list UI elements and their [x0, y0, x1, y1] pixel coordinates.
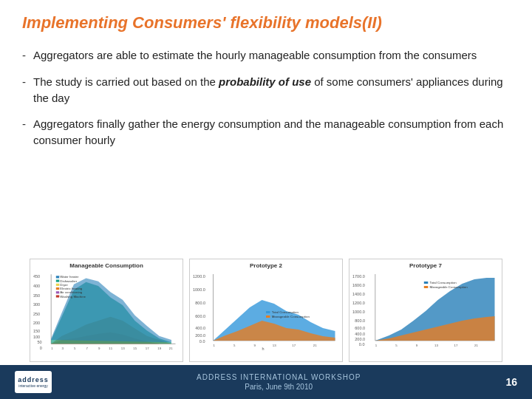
address-logo: address interactive energy	[15, 371, 52, 393]
svg-text:800.0: 800.0	[195, 301, 205, 305]
logo-name: address	[18, 376, 49, 383]
slide-footer: address interactive energy ADDRESS INTER…	[0, 365, 532, 399]
svg-rect-33	[56, 287, 59, 290]
svg-text:Total Consumption: Total Consumption	[430, 281, 457, 284]
svg-rect-29	[56, 280, 59, 282]
svg-text:Total Consumption: Total Consumption	[272, 310, 299, 314]
chart1-svg: 450 400 350 300 250 200 150 100 50 0	[33, 270, 180, 355]
slide: Implementing Consumers' flexibility mode…	[0, 0, 532, 399]
bullet-text-3: Aggregators finally gather the energy co…	[33, 116, 510, 149]
svg-text:21: 21	[313, 344, 318, 347]
svg-text:1700.0: 1700.0	[352, 274, 365, 279]
svg-text:9: 9	[254, 344, 256, 347]
logo-subtext: interactive energy	[18, 383, 47, 388]
svg-rect-31	[56, 284, 59, 286]
svg-text:19: 19	[157, 347, 162, 350]
slide-title: Implementing Consumers' flexibility mode…	[22, 13, 510, 33]
svg-text:17: 17	[146, 347, 150, 350]
svg-text:800.0: 800.0	[355, 318, 365, 323]
svg-rect-35	[56, 291, 59, 293]
svg-text:1000.0: 1000.0	[352, 310, 365, 314]
svg-text:Electric heating: Electric heating	[60, 287, 83, 290]
svg-text:0.0: 0.0	[359, 342, 365, 347]
svg-text:1200.0: 1200.0	[193, 274, 205, 279]
slide-header: Implementing Consumers' flexibility mode…	[0, 0, 532, 40]
chart3-title: Prototype 7	[352, 262, 499, 269]
svg-text:1000.0: 1000.0	[193, 287, 205, 292]
chart1-title: Manageable Consumption	[33, 262, 180, 269]
svg-text:1: 1	[375, 344, 378, 347]
svg-text:1: 1	[51, 347, 53, 350]
svg-text:100: 100	[33, 335, 40, 339]
svg-text:600.0: 600.0	[195, 314, 205, 318]
svg-text:Air conditioning: Air conditioning	[60, 290, 83, 294]
chart2-title: Prototype 2	[193, 262, 339, 269]
svg-rect-77	[424, 286, 429, 288]
chart-prototype7: Prototype 7 1700.0 1600.0 1400.0 1200.0 …	[349, 259, 502, 362]
svg-text:13: 13	[434, 344, 439, 347]
svg-rect-75	[424, 282, 429, 284]
svg-text:13: 13	[273, 344, 277, 347]
bullet-1: - Aggregators are able to estimate the h…	[22, 47, 510, 64]
chart2-svg: 1200.0 1000.0 800.0 600.0 400.0 200.0 0.…	[193, 270, 339, 355]
svg-text:Washing Machine: Washing Machine	[60, 295, 86, 299]
svg-text:7: 7	[86, 347, 89, 350]
svg-text:300: 300	[33, 302, 40, 307]
svg-text:200.0: 200.0	[355, 337, 365, 341]
svg-text:Dishwasher: Dishwasher	[60, 279, 78, 283]
svg-text:400.0: 400.0	[355, 332, 365, 336]
footer-page-number: 16	[505, 376, 517, 388]
svg-text:5: 5	[395, 344, 398, 347]
svg-text:Dryer: Dryer	[60, 283, 68, 287]
footer-center: ADDRESS INTERNATIONAL WORKSHOP Paris, Ju…	[197, 373, 361, 391]
svg-text:250: 250	[33, 312, 40, 316]
svg-text:0: 0	[40, 346, 42, 350]
svg-rect-50	[266, 311, 270, 313]
svg-text:Water heater: Water heater	[60, 276, 79, 279]
svg-text:11: 11	[109, 347, 113, 350]
footer-logo-area: address interactive energy	[15, 371, 52, 393]
svg-text:Manageable Consumption: Manageable Consumption	[272, 315, 310, 318]
svg-text:1600.0: 1600.0	[352, 283, 365, 287]
svg-text:200.0: 200.0	[195, 333, 205, 338]
svg-rect-27	[56, 276, 59, 278]
svg-text:0.0: 0.0	[200, 339, 205, 344]
bullet-dash-3: -	[22, 117, 26, 130]
svg-text:150: 150	[33, 329, 40, 333]
svg-text:5: 5	[74, 347, 76, 350]
svg-text:17: 17	[292, 344, 296, 347]
svg-text:h: h	[262, 347, 265, 351]
bold-italic-text: probability of use	[219, 75, 311, 88]
svg-text:350: 350	[33, 293, 40, 298]
footer-date-text: Paris, June 9th 2010	[245, 383, 313, 391]
bullet-dash-2: -	[22, 75, 26, 88]
chart3-svg: 1700.0 1600.0 1400.0 1200.0 1000.0 800.0…	[352, 270, 499, 355]
svg-text:3: 3	[62, 347, 64, 350]
charts-row: Manageable Consumption 450 400 350 300 2…	[22, 165, 510, 362]
svg-text:1400.0: 1400.0	[352, 292, 365, 296]
svg-text:17: 17	[454, 344, 459, 347]
footer-workshop-text: ADDRESS INTERNATIONAL WORKSHOP	[197, 373, 361, 381]
svg-text:450: 450	[33, 275, 40, 279]
svg-rect-37	[56, 295, 59, 297]
svg-text:13: 13	[121, 347, 126, 350]
svg-text:5: 5	[233, 344, 236, 347]
svg-text:400: 400	[33, 284, 40, 288]
bullet-dash-1: -	[22, 49, 26, 61]
svg-text:1: 1	[214, 344, 216, 347]
svg-text:400.0: 400.0	[195, 326, 205, 330]
svg-text:200: 200	[33, 321, 40, 325]
svg-text:21: 21	[169, 347, 174, 350]
svg-rect-52	[266, 316, 270, 318]
slide-content: - Aggregators are able to estimate the h…	[0, 40, 532, 365]
chart-manageable-consumption: Manageable Consumption 450 400 350 300 2…	[30, 259, 183, 362]
svg-text:50: 50	[38, 340, 42, 344]
svg-text:9: 9	[416, 344, 418, 347]
svg-text:21: 21	[474, 344, 479, 347]
bullet-2: - The study is carried out based on the …	[22, 74, 510, 106]
bullet-text-2: The study is carried out based on the pr…	[33, 74, 510, 106]
bullet-3: - Aggregators finally gather the energy …	[22, 116, 510, 149]
svg-text:9: 9	[98, 347, 100, 350]
bullet-text-1: Aggregators are able to estimate the hou…	[33, 47, 477, 64]
chart-prototype2: Prototype 2 1200.0 1000.0 800.0 600.0 40…	[189, 259, 343, 362]
